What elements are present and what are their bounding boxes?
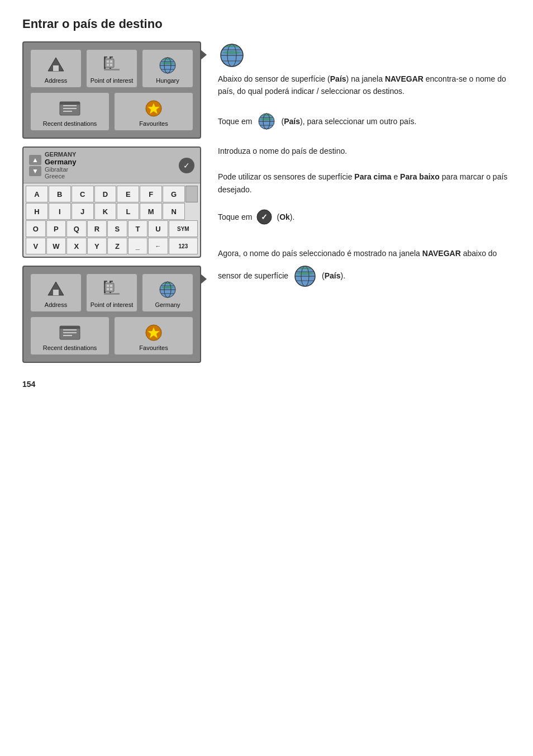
key-T[interactable]: T [128, 220, 148, 237]
key-Z[interactable]: Z [107, 238, 127, 254]
kbd-row-1: A B C D E F G [26, 186, 198, 202]
toque-em-1: Toque em [218, 115, 252, 127]
key-W[interactable]: W [46, 238, 66, 254]
nav-screen-1: Address [22, 41, 201, 139]
key-J[interactable]: J [72, 203, 94, 220]
svg-rect-21 [60, 102, 80, 105]
hungary-btn-1[interactable]: Hungary [142, 49, 193, 88]
pais-ref-1: (País), para seleccionar um outro país. [281, 115, 416, 127]
key-M[interactable]: M [140, 203, 162, 220]
key-A[interactable]: A [26, 186, 48, 202]
key-O[interactable]: O [26, 220, 46, 237]
globe-top-right [218, 41, 511, 69]
ok-label: (Ok). [277, 211, 294, 223]
svg-rect-35 [110, 288, 112, 290]
svg-rect-7 [105, 59, 114, 68]
country-sub2: Greece [45, 173, 76, 179]
right-para-5: Toque em ✓ (Ok). [218, 209, 511, 225]
poi-label-2: Point of interest [91, 301, 133, 308]
kbd-row-4: V W X Y Z _ ← 123 [26, 238, 198, 254]
nav-screen-2: Address [22, 266, 201, 363]
nav-grid-bottom-1: Recent destinations Favourites [30, 92, 193, 131]
key-X[interactable]: X [66, 238, 87, 254]
key-P[interactable]: P [46, 220, 66, 237]
page-number: 154 [22, 380, 201, 389]
poi-btn-2[interactable]: Point of interest [86, 273, 137, 312]
intro-text: Introduza o nome do país de destino. [218, 145, 511, 157]
kbd-ok-btn[interactable]: ✓ [179, 158, 194, 173]
nav-grid-top-1: Address [30, 49, 193, 88]
key-Q[interactable]: Q [66, 220, 87, 237]
key-E[interactable]: E [117, 186, 139, 202]
svg-rect-6 [104, 69, 120, 70]
globe-bottom-icon [293, 264, 317, 289]
page-title: Entrar o país de destino [22, 17, 511, 31]
kbd-down-arrow[interactable]: ▼ [29, 166, 41, 176]
germany-label: Germany [155, 301, 180, 308]
key-H[interactable]: H [26, 203, 48, 220]
svg-rect-9 [110, 60, 112, 63]
bottom-right-text: Agora, o nome do país seleccionado é mos… [218, 247, 511, 289]
address-btn-2[interactable]: Address [30, 273, 82, 312]
key-R[interactable]: R [87, 220, 107, 237]
key-S[interactable]: S [107, 220, 127, 237]
svg-rect-33 [110, 285, 112, 287]
svg-rect-8 [107, 60, 109, 63]
nav-grid-top-2: Address [30, 273, 193, 312]
germany-btn[interactable]: Germany [142, 273, 193, 312]
bottom-para-1: Agora, o nome do país seleccionado é mos… [218, 247, 511, 261]
fav-btn-2[interactable]: Favourites [114, 316, 193, 355]
pais-ref-2: (País). [322, 270, 345, 283]
poi-btn-1[interactable]: Point of interest [86, 49, 137, 88]
fav-label-2: Favourites [139, 344, 168, 351]
sensor-text: sensor de superfície [218, 270, 288, 283]
svg-rect-25 [53, 290, 59, 295]
key-U[interactable]: U [148, 220, 168, 237]
bottom-para-2: sensor de superfície (País). [218, 264, 511, 289]
svg-text:✓: ✓ [261, 212, 268, 221]
key-N[interactable]: N [163, 203, 185, 220]
recent-label-2: Recent destinations [43, 344, 97, 351]
recent-label-1: Recent destinations [43, 120, 97, 127]
key-B[interactable]: B [49, 186, 71, 202]
key-V[interactable]: V [26, 238, 46, 254]
right-para-4: Pode utilizar os sensores de superfície … [218, 171, 511, 196]
svg-rect-10 [107, 64, 109, 66]
hungary-label-1: Hungary [156, 77, 179, 84]
address-label-2: Address [45, 301, 67, 308]
keyboard-screen: ▲ ▼ GERMANY Germany Gibraltar Greece ✓ A [22, 147, 201, 258]
key-D[interactable]: D [94, 186, 117, 202]
key-C[interactable]: C [72, 186, 94, 202]
toque-em-2: Toque em [218, 211, 252, 223]
right-para-1: Abaixo do sensor de superfície (País) na… [218, 73, 511, 98]
recent-btn-2[interactable]: Recent destinations [30, 316, 110, 355]
kbd-up-arrow[interactable]: ▲ [29, 155, 41, 165]
key-underscore[interactable]: _ [128, 238, 148, 254]
address-label-1: Address [45, 77, 67, 84]
key-Y[interactable]: Y [87, 238, 107, 254]
country-highlighted: Germany [45, 158, 76, 166]
key-F[interactable]: F [140, 186, 162, 202]
fav-btn-1[interactable]: Favourites [114, 92, 193, 131]
svg-rect-11 [110, 64, 112, 66]
key-SYM[interactable]: SYM [169, 220, 198, 237]
kbd-spacer2 [185, 203, 198, 220]
key-123[interactable]: 123 [169, 238, 198, 254]
key-I[interactable]: I [49, 203, 71, 220]
nav-grid-bottom-2: Recent destinations Favourites [30, 316, 193, 355]
right-para-3: Introduza o nome do país de destino. [218, 145, 511, 157]
keyboard-keys: A B C D E F G H I J K L M N [23, 183, 200, 257]
globe-inline-icon [256, 111, 277, 131]
svg-rect-45 [60, 326, 80, 329]
right-column: Abaixo do sensor de superfície (País) na… [218, 41, 511, 289]
right-para-2: Toque em (País), para seleccionar um out… [218, 111, 511, 131]
key-G[interactable]: G [163, 186, 185, 202]
address-btn-1[interactable]: Address [30, 49, 82, 88]
key-backspace[interactable]: ← [148, 238, 168, 254]
key-K[interactable]: K [94, 203, 117, 220]
country-main: GERMANY [45, 151, 76, 158]
country-info: GERMANY Germany Gibraltar Greece [45, 151, 76, 179]
recent-btn-1[interactable]: Recent destinations [30, 92, 110, 131]
fav-label-1: Favourites [139, 120, 168, 127]
key-L[interactable]: L [117, 203, 139, 220]
